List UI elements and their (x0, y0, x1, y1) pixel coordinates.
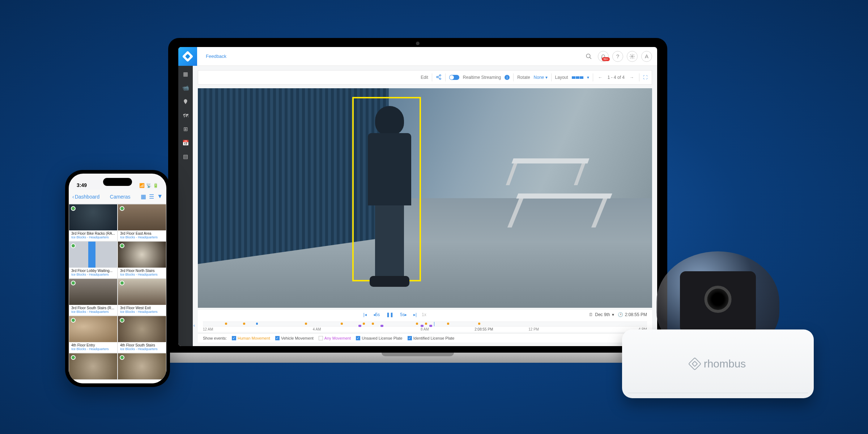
filter-icon[interactable]: ▼ (157, 193, 163, 200)
product-camera: rhombus (622, 251, 814, 403)
filter-unsaved-plate[interactable]: ✓Unsaved License Plate (356, 336, 403, 340)
filter-vehicle-movement[interactable]: ✓Vehicle Movement (275, 336, 314, 340)
sidebar-item-reports[interactable]: ▤ (178, 150, 193, 163)
sidebar-item-locations[interactable] (178, 95, 193, 108)
filter-any-movement[interactable]: Any Movement (319, 336, 351, 340)
filter-human-movement[interactable]: ✓Human Movement (232, 336, 270, 340)
camera-tile[interactable] (69, 353, 118, 380)
camera-tile[interactable]: 3rd Floor Lobby Waiting...Ice Blocks - H… (69, 241, 118, 278)
sidebar-nav: ▦ 📹 🗺 ⊞ 📅 ▤ (178, 66, 193, 346)
skip-end-icon[interactable]: ▸| (412, 312, 418, 317)
events-prefix: Show events: (203, 336, 227, 340)
camera-tile[interactable]: 4th Floor South StairsIce Blocks - Headq… (118, 316, 166, 353)
event-filters: Show events: ✓Human Movement ✓Vehicle Mo… (198, 333, 652, 342)
status-dot-online (120, 355, 124, 360)
camera-base: rhombus (622, 329, 814, 398)
timeline-tick: 4 AM (313, 327, 321, 331)
search-icon[interactable] (583, 51, 594, 62)
camera-tile[interactable]: 3rd Floor North StairsIce Blocks - Headq… (118, 241, 166, 278)
playback-controls: |◂ ◂5s ❚❚ 5s▸ ▸| 1x 🗓Dec 9th ▾ 🕑2:08:55 … (198, 310, 652, 319)
camera-tile[interactable]: 3rd Floor East AreaIce Blocks - Headquar… (118, 204, 166, 241)
brand-name: rhombus (704, 358, 746, 370)
playhead-time-label: 2:08:55 PM (475, 327, 493, 331)
app-topbar: Feedback 50+ ? A (178, 47, 657, 66)
info-icon[interactable]: i (505, 75, 510, 80)
notifications-icon[interactable]: 50+ (598, 51, 609, 62)
sidebar-item-grid[interactable]: ⊞ (178, 123, 193, 135)
rotate-dropdown[interactable]: None ▾ (534, 75, 548, 80)
timeline-collapse-icon[interactable]: ‹ (193, 323, 195, 328)
wifi-icon: 📡 (146, 183, 152, 188)
sidebar-item-calendar[interactable]: 📅 (178, 137, 193, 149)
camera-tile[interactable] (118, 353, 166, 380)
phone-navbar: ‹Dashboard Cameras ▦ ☰ ▼ (69, 190, 166, 204)
grid-view-icon[interactable]: ▦ (141, 193, 146, 200)
layout-label: Layout (555, 75, 568, 80)
settings-icon[interactable] (627, 51, 638, 62)
video-feed[interactable] (198, 88, 652, 308)
skip-start-icon[interactable]: |◂ (362, 312, 368, 317)
svg-point-0 (586, 54, 590, 58)
sidebar-item-dashboard[interactable]: ▦ (178, 68, 193, 80)
playhead[interactable] (434, 322, 434, 326)
svg-line-6 (438, 76, 439, 77)
pager-text: 1 - 4 of 4 (608, 75, 625, 80)
status-dot-online (120, 318, 124, 323)
page-prev-icon[interactable]: ← (597, 75, 604, 80)
timeline-tick: 12 AM (203, 327, 213, 331)
layout-dropdown-icon[interactable]: ▾ (587, 75, 589, 80)
camera-tile[interactable]: 3rd Floor West ExitIce Blocks - Headquar… (118, 278, 166, 316)
realtime-toggle[interactable] (449, 75, 459, 80)
pause-button[interactable]: ❚❚ (385, 312, 395, 317)
timeline-tick: 8 AM (421, 327, 429, 331)
fullscreen-icon[interactable]: ⛶ (643, 75, 647, 80)
playback-speed[interactable]: 1x (422, 312, 426, 317)
filter-identified-plate[interactable]: ✓Identified License Plate (408, 336, 455, 340)
signal-icon: 📶 (139, 183, 145, 188)
status-dot-online (71, 206, 76, 211)
timeline-tick: 12 PM (528, 327, 539, 331)
phone-mockup: 3:49 📶 📡 🔋 ‹Dashboard Cameras ▦ ☰ ▼ 3rd … (65, 170, 170, 387)
step-back-icon[interactable]: ◂5s (372, 312, 382, 317)
sidebar-item-maps[interactable]: 🗺 (178, 109, 193, 122)
status-dot-online (71, 318, 76, 323)
camera-tile[interactable]: 4th Floor EntryIce Blocks - Headquarters (69, 316, 118, 353)
feedback-link[interactable]: Feedback (206, 54, 226, 59)
realtime-label: Realtime Streaming (463, 75, 501, 80)
brand-logo[interactable] (178, 47, 197, 66)
help-icon[interactable]: ? (612, 51, 623, 62)
status-dot-online (120, 206, 124, 211)
detected-person (361, 106, 417, 280)
date-picker[interactable]: 🗓Dec 9th ▾ (589, 312, 614, 317)
rotate-label: Rotate (517, 75, 530, 80)
camera-tile[interactable]: 3rd Floor South Stairs (R...Ice Blocks -… (69, 278, 118, 316)
status-dot-online (71, 243, 76, 248)
camera-tile[interactable]: 3rd Floor Bike Racks (RA...Ice Blocks - … (69, 204, 118, 241)
timeline[interactable]: ‹ (198, 319, 652, 332)
svg-point-5 (439, 78, 441, 79)
camera-grid[interactable]: 3rd Floor Bike Racks (RA...Ice Blocks - … (69, 204, 166, 383)
edit-button[interactable]: Edit (421, 75, 428, 80)
svg-point-2 (631, 56, 633, 57)
layout-selector[interactable] (572, 76, 583, 79)
page-title: Cameras (102, 194, 139, 200)
svg-line-1 (590, 57, 591, 59)
step-forward-icon[interactable]: 5s▸ (399, 312, 408, 317)
svg-point-4 (437, 76, 438, 78)
battery-icon: 🔋 (153, 183, 158, 188)
avatar[interactable]: A (641, 51, 652, 62)
svg-line-7 (438, 77, 439, 78)
status-dot-online (71, 355, 76, 360)
status-dot-online (120, 281, 124, 285)
share-icon[interactable] (436, 74, 442, 81)
sidebar-item-cameras[interactable]: 📹 (178, 82, 193, 94)
video-toolbar: Edit Realtime Streaming i Rotate None ▾ (198, 70, 652, 85)
status-dot-online (120, 243, 124, 248)
page-next-icon[interactable]: → (628, 75, 635, 80)
status-time: 3:49 (77, 182, 87, 188)
back-button[interactable]: ‹Dashboard (72, 194, 99, 200)
laptop-mockup: Feedback 50+ ? A ▦ 📹 (168, 38, 667, 385)
list-view-icon[interactable]: ☰ (149, 193, 154, 200)
svg-point-3 (439, 75, 441, 76)
notification-badge: 50+ (602, 57, 610, 61)
